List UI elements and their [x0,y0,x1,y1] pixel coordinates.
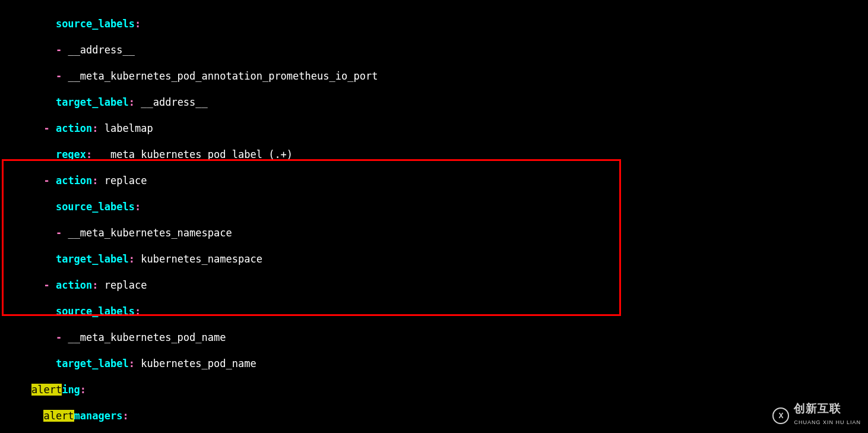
yaml-key: source_labels [56,201,135,213]
code-line: target_label: kubernetes_pod_name [7,357,868,370]
code-line: - action: labelmap [7,122,868,135]
yaml-key: action [56,279,92,291]
code-line: - action: replace [7,279,868,292]
yaml-key: action [56,122,92,134]
yaml-value: __address__ [141,96,208,108]
yaml-dash: - [56,70,62,82]
yaml-value: kubernetes_pod_name [141,358,256,369]
yaml-key: regex [56,148,86,160]
yaml-dash: - [56,44,62,56]
code-line: - __meta_kubernetes_pod_annotation_prome… [7,69,868,83]
code-line: alerting: [7,383,868,396]
code-line: - __meta_kubernetes_namespace [7,226,868,239]
yaml-value: labelmap [104,122,153,134]
yaml-value: kubernetes_namespace [141,253,262,265]
code-line: source_labels: [7,305,868,318]
terminal-editor[interactable]: source_labels: - __address__ - __meta_ku… [0,0,868,433]
yaml-value: __address__ [68,44,135,56]
yaml-key: action [56,175,92,187]
yaml-key: source_labels [56,305,135,317]
code-line: regex: __meta_kubernetes_pod_label_(.+) [7,148,868,161]
code-line: - action: replace [7,174,868,187]
yaml-key: target_label [56,96,129,108]
yaml-value: __meta_kubernetes_pod_label_(.+) [99,148,293,160]
yaml-value: replace [104,175,147,187]
yaml-colon: : [135,18,141,30]
code-line: target_label: __address__ [7,96,868,109]
search-highlight: alert [43,410,74,422]
code-line: - __meta_kubernetes_pod_name [7,331,868,344]
yaml-value: __meta_kubernetes_namespace [68,227,232,239]
code-line: target_label: kubernetes_namespace [7,252,868,266]
yaml-value: __meta_kubernetes_pod_name [68,331,226,343]
yaml-key: target_label [56,253,129,265]
code-line: source_labels: [7,17,868,30]
yaml-value: __meta_kubernetes_pod_annotation_prometh… [68,70,378,82]
code-line: - __address__ [7,43,868,56]
code-line: source_labels: [7,200,868,213]
code-line: alertmanagers: [7,409,868,422]
yaml-value: replace [104,279,147,291]
search-highlight: alert [31,384,62,396]
yaml-key: source_labels [56,18,135,30]
yaml-key: target_label [56,358,129,369]
